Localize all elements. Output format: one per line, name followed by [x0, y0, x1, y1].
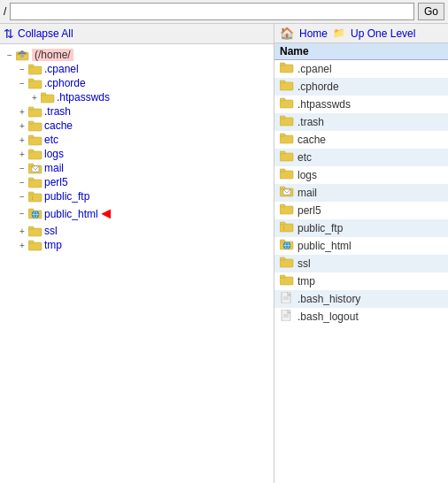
tree-items-container: − .cpanel− .cphorde+ .htpasswds+ .trash+… [0, 62, 274, 252]
expander-cphorde[interactable]: − [16, 79, 28, 88]
file-cell-cache[interactable]: cache [274, 131, 448, 149]
tree-item-ssl[interactable]: + ssl [0, 224, 274, 238]
file-cell-ssl[interactable]: ssl [274, 255, 448, 272]
file-name-tmp[interactable]: tmp [297, 275, 315, 288]
file-row-cache[interactable]: cache [274, 131, 448, 149]
expander-etc[interactable]: + [16, 135, 28, 145]
home-nav-button[interactable]: Home [299, 27, 328, 40]
tree-label-logs[interactable]: logs [44, 148, 64, 160]
file-name-logs[interactable]: logs [297, 169, 317, 181]
path-input[interactable] [10, 3, 414, 20]
tree-item-cpanel[interactable]: − .cpanel [0, 62, 274, 76]
file-row-public_ftp[interactable]: ↕ public_ftp [274, 219, 448, 237]
file-name-.htpasswds[interactable]: .htpasswds [297, 98, 351, 111]
tree-item-cache[interactable]: + cache [0, 119, 274, 133]
file-name-.bash_logout[interactable]: .bash_logout [297, 310, 359, 323]
file-cell-.trash[interactable]: .trash [274, 113, 448, 131]
file-cell-perl5[interactable]: perl5 [274, 202, 448, 219]
file-cell-public_ftp[interactable]: ↕ public_ftp [274, 219, 448, 237]
folder-icon-perl5 [28, 176, 42, 188]
file-row-tmp[interactable]: tmp [274, 272, 448, 290]
file-cell-public_html[interactable]: public_html [274, 237, 448, 255]
tree-label-public_html[interactable]: public_html [44, 208, 98, 220]
expander-logs[interactable]: + [16, 150, 28, 159]
file-name-.bash_history[interactable]: .bash_history [297, 293, 360, 305]
file-cell-tmp[interactable]: tmp [274, 272, 448, 290]
expander-cache[interactable]: + [16, 121, 28, 131]
expander-ssl[interactable]: + [16, 226, 28, 236]
up-one-level-button[interactable]: Up One Level [351, 27, 415, 40]
tree-item-public_ftp[interactable]: − ↕ public_ftp [0, 189, 274, 203]
file-name-ssl[interactable]: ssl [297, 257, 311, 270]
expander-cpanel[interactable]: − [16, 65, 28, 74]
tree-label-cpanel[interactable]: .cpanel [44, 63, 79, 75]
tree-item-logs[interactable]: + logs [0, 147, 274, 161]
file-cell-.bash_history[interactable]: .bash_history [274, 290, 448, 308]
file-row-logs[interactable]: logs [274, 166, 448, 184]
file-row-.htpasswds[interactable]: .htpasswds [274, 96, 448, 113]
file-name-cache[interactable]: cache [297, 134, 326, 146]
file-name-.trash[interactable]: .trash [297, 116, 324, 128]
file-cell-etc[interactable]: etc [274, 149, 448, 166]
tree-item-public_html[interactable]: − public_html ◄ [0, 203, 274, 224]
tree-item-mail[interactable]: − mail [0, 161, 274, 175]
tree-item-etc[interactable]: + etc [0, 133, 274, 147]
tree-label-public_ftp[interactable]: public_ftp [44, 190, 89, 203]
file-row-public_html[interactable]: public_html [274, 237, 448, 255]
right-toolbar: 🏠 Home 📁 Up One Level [274, 24, 448, 43]
expander-perl5[interactable]: − [16, 178, 28, 188]
tree-label-ssl[interactable]: ssl [44, 225, 58, 237]
file-cell-.cphorde[interactable]: .cphorde [274, 78, 448, 96]
file-name-perl5[interactable]: perl5 [297, 204, 321, 217]
file-row-.cpanel[interactable]: .cpanel [274, 60, 448, 79]
file-row-.bash_logout[interactable]: .bash_logout [274, 308, 448, 326]
expander-trash[interactable]: + [16, 107, 28, 117]
file-name-etc[interactable]: etc [297, 151, 312, 164]
file-row-.bash_history[interactable]: .bash_history [274, 290, 448, 308]
tree-root[interactable]: − (/home/ [0, 48, 274, 62]
file-icon-.cphorde [280, 80, 294, 94]
expander-public_ftp[interactable]: − [16, 192, 28, 202]
file-name-.cphorde[interactable]: .cphorde [297, 80, 339, 93]
tree-label-cphorde[interactable]: .cphorde [44, 77, 86, 89]
file-name-public_ftp[interactable]: public_ftp [297, 222, 343, 234]
svg-rect-17 [28, 150, 34, 152]
tree-label-cache[interactable]: cache [44, 119, 73, 132]
file-row-etc[interactable]: etc [274, 149, 448, 166]
file-row-mail[interactable]: mail [274, 184, 448, 202]
file-cell-.bash_logout[interactable]: .bash_logout [274, 308, 448, 326]
tree-item-perl5[interactable]: − perl5 [0, 175, 274, 189]
svg-rect-39 [280, 100, 293, 108]
tree-item-tmp[interactable]: + tmp [0, 238, 274, 252]
tree-label-mail[interactable]: mail [44, 162, 64, 174]
file-name-public_html[interactable]: public_html [297, 240, 351, 252]
expander-mail[interactable]: − [16, 164, 28, 173]
tree-label-perl5[interactable]: perl5 [44, 176, 68, 188]
file-cell-.cpanel[interactable]: .cpanel [274, 60, 448, 78]
tree-label-htpasswds[interactable]: .htpasswds [57, 91, 110, 104]
go-button[interactable]: Go [418, 3, 444, 20]
file-cell-mail[interactable]: mail [274, 184, 448, 202]
root-expander[interactable]: − [4, 50, 16, 60]
tree-item-htpasswds[interactable]: + .htpasswds [0, 90, 274, 104]
file-row-ssl[interactable]: ssl [274, 255, 448, 272]
root-label[interactable]: (/home/ [32, 49, 73, 61]
svg-text:↕: ↕ [282, 225, 286, 231]
expander-tmp[interactable]: + [16, 241, 28, 250]
tree-label-trash[interactable]: .trash [44, 105, 71, 118]
tree-label-tmp[interactable]: tmp [44, 239, 62, 251]
file-cell-.htpasswds[interactable]: .htpasswds [274, 96, 448, 113]
file-cell-logs[interactable]: logs [274, 166, 448, 184]
file-name-mail[interactable]: mail [297, 187, 317, 199]
file-name-.cpanel[interactable]: .cpanel [297, 63, 332, 75]
file-row-.trash[interactable]: .trash [274, 113, 448, 131]
tree-label-etc[interactable]: etc [44, 134, 58, 146]
file-row-.cphorde[interactable]: .cphorde [274, 78, 448, 96]
file-row-perl5[interactable]: perl5 [274, 202, 448, 219]
tree-item-trash[interactable]: + .trash [0, 104, 274, 119]
tree-item-cphorde[interactable]: − .cphorde [0, 76, 274, 90]
collapse-all-button[interactable]: Collapse All [18, 27, 73, 40]
expander-public_html[interactable]: − [16, 209, 28, 218]
svg-rect-36 [280, 63, 285, 65]
expander-htpasswds[interactable]: + [28, 93, 41, 103]
